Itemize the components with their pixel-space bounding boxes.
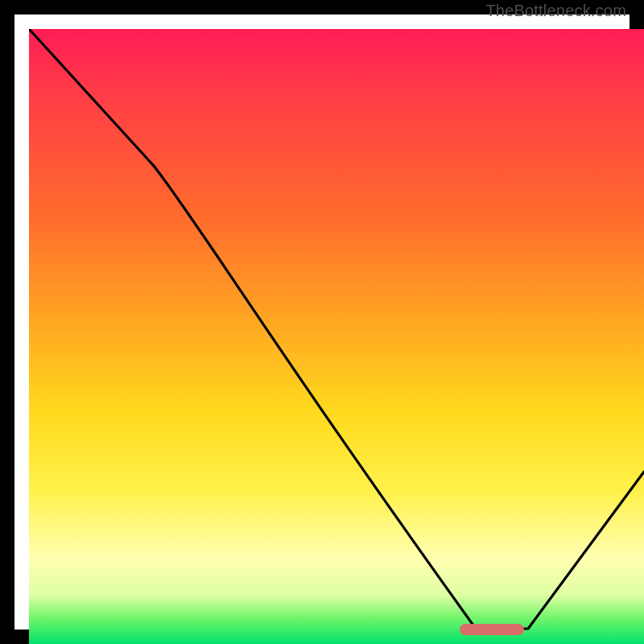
- optimal-range-marker: [460, 624, 524, 635]
- plot-area: [29, 29, 644, 644]
- chart-frame: [0, 0, 644, 644]
- curve-path: [29, 29, 644, 629]
- watermark-text: TheBottleneck.com: [485, 2, 626, 20]
- bottleneck-curve: [29, 29, 644, 644]
